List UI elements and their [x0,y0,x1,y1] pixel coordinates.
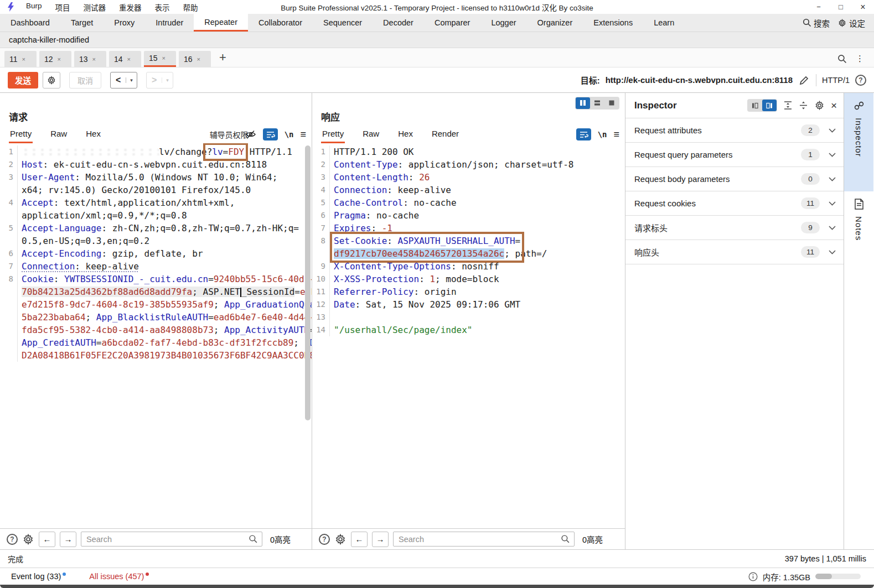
help-icon[interactable]: ? [855,75,866,86]
chevron-down-icon[interactable] [829,128,836,133]
response-editor[interactable]: 1HTTP/1.1 200 OK2Content-Type: applicati… [312,143,625,528]
layout-columns-button[interactable] [576,97,590,109]
layout-rows-button[interactable] [590,97,604,109]
sidebar-tab-notes[interactable]: Notes [844,191,873,257]
tab-logger[interactable]: Logger [480,14,526,32]
close-tab-icon[interactable]: × [197,56,200,63]
search-prev-button[interactable]: ← [351,532,368,547]
close-tab-icon[interactable]: × [162,55,166,61]
tab-extensions[interactable]: Extensions [583,14,643,32]
word-wrap-toggle[interactable] [263,128,278,141]
menu-item-3[interactable]: 重发器 [113,1,147,14]
add-tab-button[interactable]: + [214,50,232,67]
search-next-button[interactable]: → [372,532,389,547]
back-history-button[interactable]: < ▾ [110,72,137,89]
minimize-button[interactable]: − [808,1,830,14]
chevron-down-icon[interactable] [829,201,836,206]
show-newlines-toggle[interactable]: \n [285,130,294,139]
close-icon[interactable]: × [831,100,837,112]
gear-icon[interactable] [814,100,825,111]
close-tab-icon[interactable]: × [58,56,61,63]
view-tab-pretty[interactable]: Pretty [9,126,33,143]
menu-item-2[interactable]: 测试器 [78,1,112,14]
view-tab-raw[interactable]: Raw [361,126,380,143]
extension-tab-captcha-killer[interactable]: captcha-killer-modified [9,35,89,44]
close-tab-icon[interactable]: × [127,56,131,63]
view-tab-pretty[interactable]: Pretty [321,126,345,143]
settings-button[interactable]: 设定 [837,17,865,29]
search-help-icon[interactable]: ? [7,534,18,545]
close-button[interactable]: × [852,1,874,14]
view-tab-hex[interactable]: Hex [85,126,102,143]
annotation-note[interactable]: 辅导员权限 [210,129,256,140]
tab-comparer[interactable]: Comparer [424,14,480,32]
menu-item-4[interactable]: 表示 [149,1,175,14]
expand-all-icon[interactable] [783,101,793,110]
tab-sequencer[interactable]: Sequencer [313,14,373,32]
back-dropdown-icon[interactable]: ▾ [126,77,137,83]
menu-item-0[interactable]: Burp [20,1,48,14]
tab-learn[interactable]: Learn [643,14,685,32]
tab-decoder[interactable]: Decoder [373,14,424,32]
search-icon[interactable] [837,54,847,64]
editor-menu-icon[interactable]: ≡ [300,129,306,141]
repeater-tab-12[interactable]: 12× [39,51,71,67]
close-tab-icon[interactable]: × [22,56,25,63]
cancel-button[interactable]: 取消 [69,72,101,89]
maximize-button[interactable]: □ [830,1,852,14]
inspector-dock-left-button[interactable] [748,100,762,111]
inspector-section-5[interactable]: 响应头11 [625,240,844,264]
request-editor[interactable]: 1lv/change?lv=​FDY HTTP/1.12Host: ek-cui… [0,143,312,528]
search-help-icon[interactable]: ? [319,534,330,545]
chevron-down-icon[interactable] [829,177,836,181]
chevron-down-icon[interactable] [829,226,836,230]
inspector-section-0[interactable]: Request attributes2 [625,118,844,143]
edit-target-icon[interactable] [798,74,810,86]
inspector-section-2[interactable]: Request body parameters0 [625,167,844,191]
view-tab-render[interactable]: Render [431,126,460,143]
event-log-button[interactable]: Event log (33) [11,572,66,581]
send-button[interactable]: 发送 [8,72,38,89]
tab-dashboard[interactable]: Dashboard [0,14,60,32]
close-tab-icon[interactable]: × [92,56,96,63]
response-search-input[interactable] [393,532,575,547]
search-settings-icon[interactable] [22,533,34,545]
global-search-button[interactable]: 搜索 [803,17,830,29]
editor-menu-icon[interactable]: ≡ [613,129,619,141]
tab-intruder[interactable]: Intruder [145,14,194,32]
tab-organizer[interactable]: Organizer [527,14,583,32]
inspector-dock-right-button[interactable] [762,100,777,111]
inspector-section-4[interactable]: 请求标头9 [625,216,844,240]
show-newlines-toggle[interactable]: \n [598,130,607,139]
menu-item-1[interactable]: 项目 [50,1,76,14]
menu-item-5[interactable]: 帮助 [178,1,204,14]
word-wrap-toggle[interactable] [576,128,591,141]
search-prev-button[interactable]: ← [39,532,55,547]
tab-proxy[interactable]: Proxy [104,14,145,32]
repeater-tab-11[interactable]: 11× [4,51,37,67]
search-next-button[interactable]: → [60,532,76,547]
tab-collaborator[interactable]: Collaborator [248,14,313,32]
search-settings-icon[interactable] [334,533,347,545]
inspector-section-1[interactable]: Request query parameters1 [625,143,844,167]
all-issues-button[interactable]: All issues (457) [89,572,149,581]
collapse-all-icon[interactable] [799,101,808,110]
request-scrollbar[interactable] [305,145,311,420]
view-tab-raw[interactable]: Raw [49,126,68,143]
tab-target[interactable]: Target [60,14,104,32]
chevron-down-icon[interactable] [829,153,836,157]
repeater-tab-14[interactable]: 14× [109,51,141,67]
repeater-tab-16[interactable]: 16× [179,51,211,67]
repeater-tab-13[interactable]: 13× [74,51,106,67]
sidebar-tab-inspector[interactable]: Inspector [844,93,873,191]
send-settings-button[interactable] [43,72,60,89]
more-options-icon[interactable]: ⋮ [856,54,864,64]
view-tab-hex[interactable]: Hex [397,126,414,143]
request-search-input[interactable] [81,532,262,547]
layout-single-button[interactable] [604,97,619,109]
forward-history-button[interactable]: > ▾ [146,72,173,89]
repeater-tab-15[interactable]: 15× [144,51,176,67]
tab-repeater[interactable]: Repeater [194,14,248,32]
chevron-down-icon[interactable] [829,250,836,254]
inspector-section-3[interactable]: Request cookies11 [625,191,844,216]
